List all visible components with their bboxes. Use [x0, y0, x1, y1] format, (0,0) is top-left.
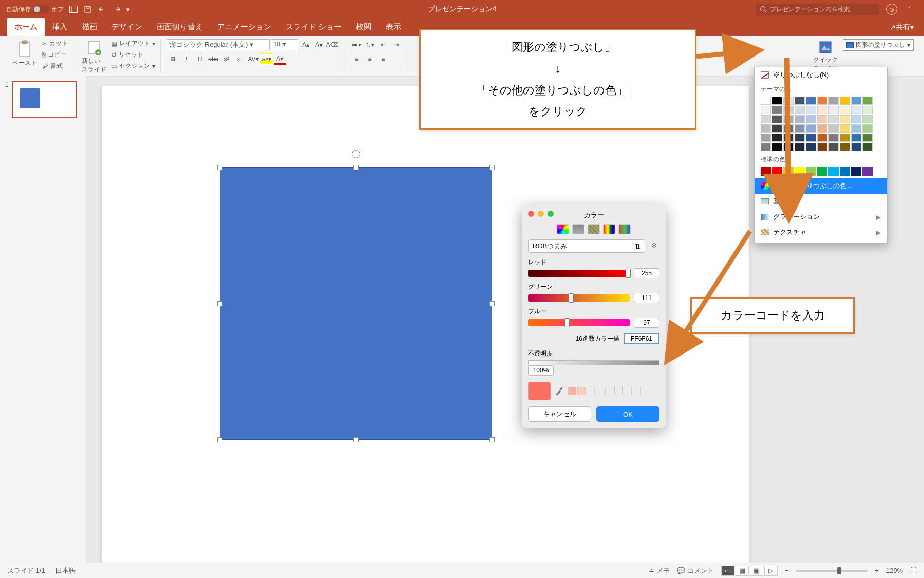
cut-button[interactable]: ✂カット: [42, 39, 68, 48]
theme-color-swatch[interactable]: [817, 97, 827, 105]
green-value[interactable]: 111: [634, 293, 659, 303]
ok-button[interactable]: OK: [596, 406, 659, 422]
theme-color-swatch[interactable]: [806, 143, 816, 151]
resize-handle[interactable]: [489, 437, 495, 442]
cancel-button[interactable]: キャンセル: [528, 406, 591, 422]
decrease-font-icon[interactable]: A▾: [313, 39, 325, 50]
gradient-fill-item[interactable]: グラデーション ▶: [755, 209, 887, 225]
tab-home[interactable]: ホーム: [7, 18, 45, 36]
language-indicator[interactable]: 日本語: [55, 566, 76, 575]
save-icon[interactable]: [83, 5, 92, 14]
font-color-icon[interactable]: A▾: [274, 53, 286, 65]
window-zoom-icon[interactable]: [548, 211, 554, 217]
theme-color-swatch[interactable]: [806, 124, 816, 133]
theme-color-swatch[interactable]: [795, 106, 805, 114]
theme-color-swatch[interactable]: [795, 97, 805, 105]
align-left-icon[interactable]: ≡: [350, 53, 363, 65]
font-size-select[interactable]: 18 ▾: [271, 39, 298, 50]
resize-handle[interactable]: [217, 165, 222, 170]
hex-input[interactable]: FF6F61: [624, 333, 659, 344]
more-fill-colors-item[interactable]: その他の塗りつぶしの色...: [755, 178, 887, 194]
theme-color-swatch[interactable]: [806, 97, 816, 105]
tab-design[interactable]: デザイン: [104, 18, 149, 36]
underline-icon[interactable]: U: [194, 53, 206, 65]
theme-color-swatch[interactable]: [817, 134, 827, 142]
theme-color-swatch[interactable]: [761, 115, 771, 123]
no-fill-item[interactable]: 塗りつぶしなし(N): [755, 67, 887, 83]
theme-color-swatch[interactable]: [806, 134, 816, 142]
redo-icon[interactable]: [112, 5, 121, 14]
picture-fill-item[interactable]: 図...: [755, 194, 887, 209]
resize-handle[interactable]: [489, 165, 495, 170]
highlight-icon[interactable]: aⁿ▾: [260, 53, 273, 65]
numbering-icon[interactable]: ⒈▾: [364, 39, 376, 50]
theme-color-swatch[interactable]: [862, 97, 873, 105]
selected-shape[interactable]: [220, 167, 492, 440]
theme-color-swatch[interactable]: [851, 143, 861, 151]
theme-color-swatch[interactable]: [840, 124, 850, 133]
bullets-icon[interactable]: ≔▾: [350, 39, 363, 50]
theme-color-swatch[interactable]: [862, 134, 873, 142]
theme-color-swatch[interactable]: [817, 115, 827, 123]
undo-icon[interactable]: [98, 5, 107, 14]
recent-swatch[interactable]: [596, 387, 604, 395]
theme-color-swatch[interactable]: [840, 134, 850, 142]
resize-handle[interactable]: [353, 165, 359, 170]
theme-color-swatch[interactable]: [783, 124, 794, 133]
format-painter-button[interactable]: 🖌書式: [42, 62, 68, 70]
theme-color-swatch[interactable]: [851, 134, 861, 142]
theme-color-swatch[interactable]: [772, 134, 782, 142]
picker-tab-palette[interactable]: [588, 224, 600, 234]
theme-color-swatch[interactable]: [783, 143, 794, 151]
recent-swatch[interactable]: [614, 387, 623, 395]
standard-color-swatch[interactable]: [795, 167, 805, 176]
theme-color-swatch[interactable]: [840, 115, 850, 123]
standard-color-swatch[interactable]: [817, 167, 827, 176]
opacity-value[interactable]: 100%: [528, 365, 554, 376]
justify-icon[interactable]: ≣: [390, 53, 403, 65]
share-button[interactable]: ↗ 共有 ▾: [890, 23, 914, 32]
tab-transitions[interactable]: 画面切り替え: [149, 18, 210, 36]
resize-handle[interactable]: [489, 301, 495, 306]
standard-color-swatch[interactable]: [828, 167, 839, 176]
window-minimize-icon[interactable]: [538, 211, 544, 217]
theme-color-swatch[interactable]: [851, 97, 861, 105]
theme-color-swatch[interactable]: [862, 143, 873, 151]
theme-color-swatch[interactable]: [772, 143, 782, 151]
theme-color-swatch[interactable]: [851, 106, 861, 114]
theme-color-swatch[interactable]: [828, 106, 839, 114]
standard-color-swatch[interactable]: [862, 167, 873, 176]
zoom-in-icon[interactable]: +: [875, 567, 879, 574]
shape-fill-button[interactable]: 図形の塗りつぶし ▾: [843, 39, 914, 51]
theme-color-swatch[interactable]: [828, 124, 839, 133]
theme-color-swatch[interactable]: [817, 143, 827, 151]
theme-color-swatch[interactable]: [840, 143, 850, 151]
theme-color-swatch[interactable]: [817, 106, 827, 114]
standard-color-swatch[interactable]: [851, 167, 861, 176]
copy-button[interactable]: ⎘コピー: [42, 50, 68, 59]
reading-view-icon[interactable]: ▣: [750, 566, 763, 576]
standard-color-swatch[interactable]: [783, 167, 794, 176]
theme-color-swatch[interactable]: [851, 124, 861, 133]
theme-color-swatch[interactable]: [772, 106, 782, 114]
window-close-icon[interactable]: [528, 211, 534, 217]
picker-tab-wheel[interactable]: [557, 224, 569, 234]
theme-color-swatch[interactable]: [795, 143, 805, 151]
indent-icon[interactable]: ⇥: [390, 39, 403, 50]
sorter-view-icon[interactable]: ▦: [736, 566, 749, 576]
blue-slider[interactable]: [528, 319, 630, 326]
recent-swatch[interactable]: [605, 387, 613, 395]
zoom-slider[interactable]: [796, 570, 868, 572]
bold-icon[interactable]: B: [167, 53, 179, 65]
theme-color-swatch[interactable]: [761, 124, 771, 133]
new-slide-button[interactable]: + 新しい スライド: [80, 39, 108, 75]
theme-color-swatch[interactable]: [862, 115, 873, 123]
theme-color-swatch[interactable]: [795, 134, 805, 142]
theme-color-swatch[interactable]: [828, 134, 839, 142]
theme-color-swatch[interactable]: [783, 106, 794, 114]
standard-color-swatch[interactable]: [772, 167, 782, 176]
clear-format-icon[interactable]: A⌫: [326, 39, 338, 50]
paste-button[interactable]: ペースト: [10, 39, 39, 68]
tab-view[interactable]: 表示: [379, 18, 408, 36]
theme-color-swatch[interactable]: [761, 106, 771, 114]
